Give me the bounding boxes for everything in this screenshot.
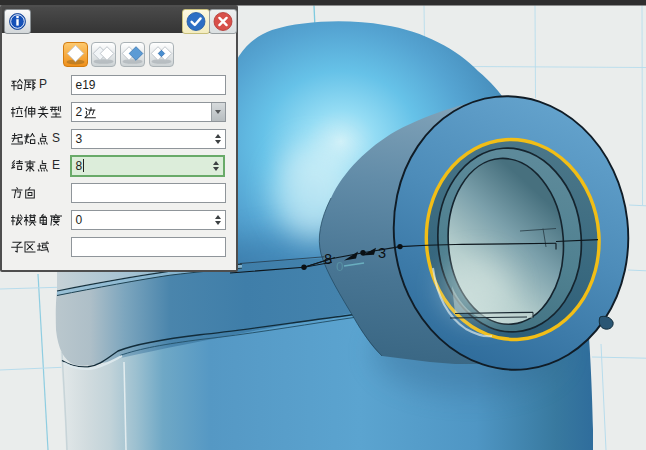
svg-text:0: 0 xyxy=(336,259,344,274)
svg-text:3: 3 xyxy=(378,245,386,261)
svg-text:8: 8 xyxy=(324,251,332,267)
